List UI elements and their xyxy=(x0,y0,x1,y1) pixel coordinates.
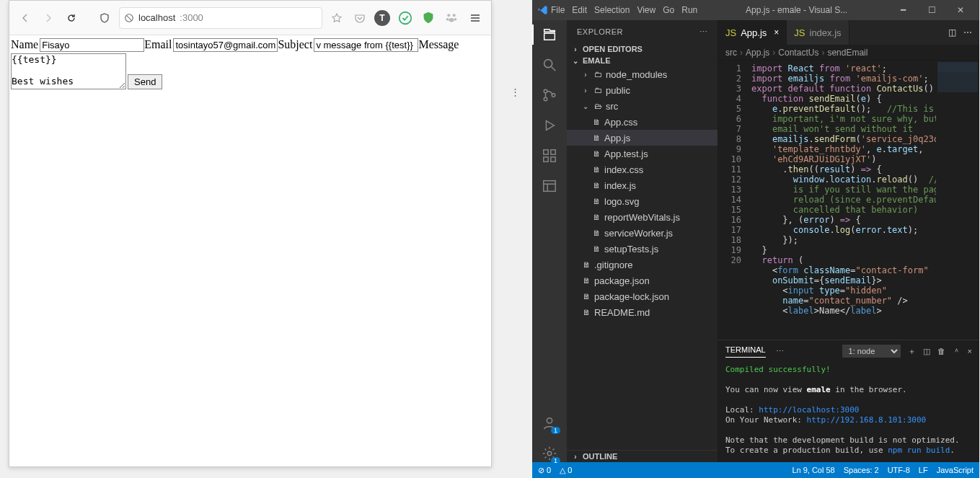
file-logo-svg[interactable]: 🗎logo.svg xyxy=(567,193,718,209)
file-index-css[interactable]: 🗎index.css xyxy=(567,161,718,177)
status-warnings[interactable]: △ 0 xyxy=(560,466,572,475)
editor-more-icon[interactable]: ⋯ xyxy=(963,27,972,37)
js-file-icon: JS xyxy=(794,27,805,38)
svg-point-4 xyxy=(453,14,456,17)
svg-line-1 xyxy=(127,15,132,20)
email-input[interactable] xyxy=(173,38,278,52)
terminal-output[interactable]: Compiled successfully! You can now view … xyxy=(718,362,979,462)
close-button[interactable]: ✕ xyxy=(946,5,975,15)
close-panel-icon[interactable]: × xyxy=(968,347,972,355)
menu-selection[interactable]: Selection xyxy=(594,5,630,15)
forward-button[interactable] xyxy=(40,9,57,27)
menu-bar[interactable]: FileEditSelectionViewGoRun xyxy=(551,5,705,15)
split-editor-icon[interactable]: ◫ xyxy=(948,27,956,37)
file-app-test-js[interactable]: 🗎App.test.js xyxy=(567,146,718,161)
close-tab-icon[interactable]: × xyxy=(774,27,779,37)
menu-file[interactable]: File xyxy=(551,5,565,15)
subject-label: Subject xyxy=(278,38,312,51)
url-port: :3000 xyxy=(180,12,203,23)
file-serviceworker-js[interactable]: 🗎serviceWorker.js xyxy=(567,225,718,241)
terminal-selector[interactable]: 1: node xyxy=(842,345,901,358)
extension-paw-icon[interactable] xyxy=(443,10,459,26)
file-readme-md[interactable]: 🗎README.md xyxy=(567,304,718,320)
status-item[interactable]: UTF-8 xyxy=(888,466,910,474)
file-package-lock-json[interactable]: 🗎package-lock.json xyxy=(567,288,718,304)
extension-t-icon[interactable]: T xyxy=(374,10,390,26)
menu-view[interactable]: View xyxy=(637,5,655,15)
maximize-button[interactable]: ☐ xyxy=(917,5,946,15)
menu-edit[interactable]: Edit xyxy=(572,5,587,15)
outline-section[interactable]: ›OUTLINE xyxy=(567,450,718,462)
reload-button[interactable] xyxy=(63,9,80,27)
menu-go[interactable]: Go xyxy=(663,5,674,15)
extension-green-icon[interactable] xyxy=(397,10,413,26)
folder-node_modules[interactable]: ›🗀node_modules xyxy=(567,66,718,82)
file-setuptests-js[interactable]: 🗎setupTests.js xyxy=(567,241,718,257)
url-host: localhost xyxy=(138,12,175,23)
terminal-tab[interactable]: TERMINAL xyxy=(725,345,766,358)
pocket-icon[interactable] xyxy=(351,9,368,27)
subject-input[interactable] xyxy=(314,38,418,52)
menu-run[interactable]: Run xyxy=(681,5,697,15)
send-button[interactable]: Send xyxy=(128,74,162,89)
settings-activity-icon[interactable]: 1 xyxy=(541,445,558,462)
browser-page: Name Email Subject Message Send xyxy=(9,35,491,466)
status-item[interactable]: JavaScript xyxy=(937,466,974,474)
account-activity-icon[interactable]: 1 xyxy=(541,415,558,432)
message-textarea[interactable] xyxy=(11,53,126,89)
folder-src[interactable]: ⌄🗁src xyxy=(567,98,718,114)
tab-app-js[interactable]: JS App.js × xyxy=(718,20,787,45)
svg-point-21 xyxy=(547,451,552,456)
extensions-activity-icon[interactable] xyxy=(541,147,558,164)
code-editor[interactable]: 1234567891011121314151617181920 import R… xyxy=(718,61,979,340)
maximize-panel-icon[interactable]: ＾ xyxy=(953,346,961,357)
folder-public[interactable]: ›🗀public xyxy=(567,82,718,98)
split-terminal-icon[interactable]: ◫ xyxy=(923,347,930,356)
explorer-header: EXPLORER ⋯ xyxy=(567,20,718,43)
svg-rect-17 xyxy=(544,181,556,192)
message-label: Message xyxy=(418,38,459,51)
extension-shield-icon[interactable] xyxy=(420,10,436,26)
breadcrumb[interactable]: src › App.js › ContactUs › sendEmail xyxy=(718,45,979,61)
status-errors[interactable]: ⊘ 0 xyxy=(538,466,551,475)
svg-point-20 xyxy=(547,418,552,423)
back-button[interactable] xyxy=(17,9,34,27)
vscode-logo-icon xyxy=(537,4,548,16)
file-app-css[interactable]: 🗎App.css xyxy=(567,114,718,130)
file-index-js[interactable]: 🗎index.js xyxy=(567,177,718,193)
search-activity-icon[interactable] xyxy=(541,56,558,74)
overflow-dots-icon[interactable]: ⋮ xyxy=(511,87,520,97)
svg-point-8 xyxy=(544,60,552,68)
window-controls: ━ ☐ ✕ xyxy=(888,5,975,15)
svg-rect-13 xyxy=(544,150,548,154)
file--gitignore[interactable]: 🗎.gitignore xyxy=(567,257,718,273)
tab-index-js[interactable]: JS index.js xyxy=(787,20,849,45)
status-item[interactable]: Spaces: 2 xyxy=(844,466,879,474)
name-input[interactable] xyxy=(40,38,144,52)
scm-activity-icon[interactable] xyxy=(541,87,558,104)
open-editors-section[interactable]: ›OPEN EDITORS xyxy=(567,43,718,55)
browser-window: localhost:3000 T Name Email Subject Mess… xyxy=(9,0,492,467)
minimap[interactable] xyxy=(936,61,979,340)
project-section[interactable]: ⌄EMALE xyxy=(567,55,718,66)
url-bar[interactable]: localhost:3000 xyxy=(119,7,322,29)
bookmark-star-icon[interactable] xyxy=(328,9,345,27)
debug-activity-icon[interactable] xyxy=(541,117,558,134)
kill-terminal-icon[interactable]: 🗑 xyxy=(937,347,945,355)
hamburger-menu-icon[interactable] xyxy=(467,9,484,27)
file-package-json[interactable]: 🗎package.json xyxy=(567,273,718,288)
svg-rect-16 xyxy=(551,150,555,154)
explorer-activity-icon[interactable] xyxy=(541,26,558,43)
file-app-js[interactable]: 🗎App.js xyxy=(567,130,718,146)
svg-rect-14 xyxy=(544,157,548,161)
minimize-button[interactable]: ━ xyxy=(888,5,917,15)
browser-toolbar: localhost:3000 T xyxy=(9,1,491,35)
layout-activity-icon[interactable] xyxy=(541,177,558,195)
panel-more-icon[interactable]: ⋯ xyxy=(776,347,784,356)
explorer-more-icon[interactable]: ⋯ xyxy=(699,27,708,37)
status-item[interactable]: Ln 9, Col 58 xyxy=(792,466,834,474)
status-item[interactable]: LF xyxy=(919,466,928,474)
new-terminal-icon[interactable]: ＋ xyxy=(908,346,916,357)
file-reportwebvitals-js[interactable]: 🗎reportWebVitals.js xyxy=(567,209,718,225)
shield-icon[interactable] xyxy=(96,9,113,27)
